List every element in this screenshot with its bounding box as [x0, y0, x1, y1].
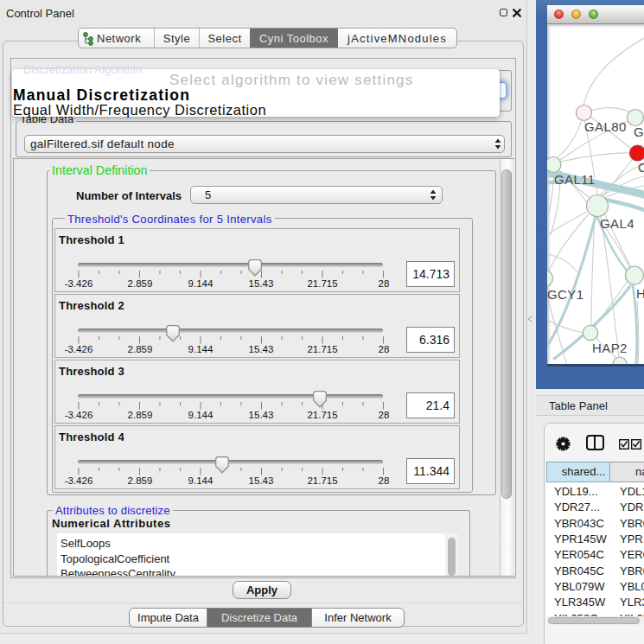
- svg-text:GCY1: GCY1: [547, 287, 583, 302]
- svg-text:H: H: [636, 286, 644, 301]
- svg-text:GAL4: GAL4: [600, 216, 634, 231]
- svg-text:HAP2: HAP2: [592, 341, 628, 355]
- svg-text:GAL11: GAL11: [554, 172, 596, 187]
- svg-text:GA: GA: [634, 124, 644, 139]
- svg-text:GAL80: GAL80: [584, 119, 627, 134]
- svg-text:C: C: [638, 160, 644, 175]
